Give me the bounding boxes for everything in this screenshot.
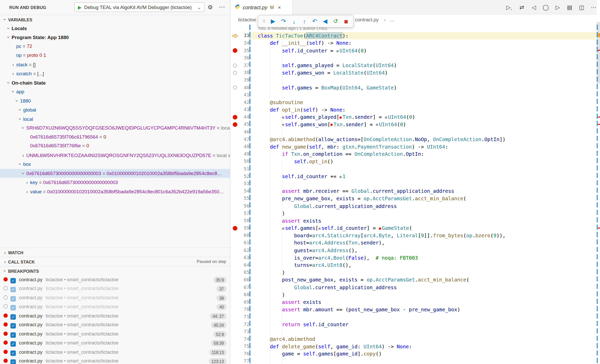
breadcrumb-item[interactable]: tictactoe	[238, 15, 256, 25]
breakpoint-checkbox[interactable]: ✓	[11, 359, 16, 364]
code-line[interactable]: 56 Global.current_application_address	[231, 202, 597, 210]
stop-button[interactable]: ◼	[341, 16, 351, 26]
call-stack-section-header[interactable]: ›CALL STACKPaused on step	[0, 257, 230, 266]
step-over-button[interactable]: ↷	[278, 16, 289, 26]
code-line[interactable]: 73	[231, 328, 597, 335]
breakpoint-row[interactable]: ✓contract.pytictactoe • smart_contracts/…	[0, 284, 230, 293]
tree-row[interactable]: pc = 72	[0, 42, 230, 51]
gutter-glyph[interactable]	[231, 150, 239, 158]
code-line[interactable]: 53	[231, 180, 597, 187]
code-line[interactable]: 45 ●self.games_won[●Txn.sender] = ●UInt6…	[231, 121, 597, 128]
gutter-glyph[interactable]	[231, 143, 239, 151]
tree-row[interactable]: ›UNML6W5NVHRIKTEOZAA4NI2SWQROSGNFNY2QS52…	[0, 151, 230, 160]
code-line[interactable]: 35 self.id_counter = ●UInt64(0)	[231, 47, 597, 54]
tree-row[interactable]: ›local	[0, 114, 230, 123]
breakpoint-checkbox[interactable]: ✓	[11, 332, 16, 338]
breakpoint-checkbox[interactable]: ✓	[11, 278, 16, 283]
breakpoint-checkbox[interactable]: ✓	[11, 296, 16, 301]
code-line[interactable]: 49 if Txn.on_completion == OnCompleteAct…	[231, 150, 597, 158]
gutter-glyph[interactable]	[231, 239, 239, 247]
gutter-glyph[interactable]	[231, 158, 239, 165]
gutter-glyph[interactable]	[231, 121, 239, 128]
gutter-glyph[interactable]	[231, 54, 239, 62]
gutter-glyph[interactable]	[231, 187, 239, 195]
gutter-glyph[interactable]	[231, 91, 239, 99]
code-line[interactable]: 74 @arc4.abimethod	[231, 335, 597, 343]
gutter-glyph[interactable]	[231, 84, 239, 91]
code-line[interactable]: 77	[231, 358, 597, 364]
tree-row[interactable]: ›0x67616d65730000000000000003 = 0x010000…	[0, 169, 230, 178]
watch-section-header[interactable]: ›WATCH	[0, 248, 230, 257]
reverse-continue-button[interactable]: ◀	[320, 16, 331, 26]
code-line[interactable]: 33class TicTacToe(ARC4Contract):	[231, 32, 597, 40]
variables-section-header[interactable]: ›VARIABLES	[0, 15, 230, 24]
gutter-glyph[interactable]	[231, 254, 239, 261]
gutter-glyph[interactable]	[231, 276, 239, 284]
gutter-glyph[interactable]	[231, 298, 239, 306]
tab-contract-py[interactable]: contract.py M ×	[231, 0, 293, 15]
breakpoint-row[interactable]: ✓contract.pytictactoe • smart_contracts/…	[0, 339, 230, 348]
drag-handle[interactable]: ⠿	[260, 16, 268, 26]
tree-row[interactable]: ›app	[0, 87, 230, 96]
tree-row[interactable]: ›value = 0x010000000102010002a358bf5bada…	[0, 187, 230, 196]
code-line[interactable]: 76 game = self.games[game_id].copy()	[231, 350, 597, 358]
code-line[interactable]: 46	[231, 128, 597, 136]
tree-row[interactable]: ›1880	[0, 96, 230, 105]
restart-button[interactable]: ↺	[330, 16, 341, 26]
code-line[interactable]: 51	[231, 165, 597, 173]
breakpoint-checkbox[interactable]: ✓	[11, 323, 16, 329]
breadcrumb-item[interactable]: contract.py	[355, 15, 379, 25]
code-line[interactable]: 72 return self.id_counter	[231, 321, 597, 328]
tree-row[interactable]: ›scratch = [...]	[0, 69, 230, 78]
code-line[interactable]: 68 )	[231, 291, 597, 298]
code-line[interactable]: 59 ●self.games[●self.id_counter] = ●Game…	[231, 224, 597, 232]
breakpoint-row[interactable]: ✓contract.pytictactoe • smart_contracts/…	[0, 293, 230, 302]
code-editor[interactable]: You, 8 minutes ago | 1 author (You)33cla…	[231, 25, 597, 364]
gutter-glyph[interactable]	[231, 106, 239, 114]
gutter-glyph[interactable]	[231, 217, 239, 224]
gitlens-icon[interactable]: ◯	[542, 4, 550, 11]
code-line[interactable]: 54 assert mbr.receiver == Global.current…	[231, 187, 597, 195]
open-preview-icon[interactable]: ▤	[566, 4, 574, 11]
tree-row[interactable]: op = proto 0 1	[0, 51, 230, 60]
current-line-arrow-icon[interactable]	[231, 32, 239, 40]
breakpoint-row[interactable]: ✓contract.pytictactoe • smart_contracts/…	[0, 348, 230, 357]
debug-config-dropdown[interactable]: ▶ Debug TEAL via AlgoKit AVM Debugger (t…	[74, 2, 205, 12]
tree-row[interactable]: ›Program State: App 1880	[0, 33, 230, 42]
code-line[interactable]: 38 self.games_won = LocalState(UInt64)	[231, 69, 597, 77]
code-line[interactable]: 70 assert mbr.amount == (post_new_game_b…	[231, 306, 597, 313]
code-line[interactable]: 57 )	[231, 210, 597, 217]
breakpoint-checkbox[interactable]: ✓	[11, 341, 16, 347]
code-line[interactable]: 43 def opt_in(self) -> None:	[231, 106, 597, 114]
code-line[interactable]: 44 ●self.games_played[●Txn.sender] = ●UI…	[231, 113, 597, 121]
breakpoint-row[interactable]: ✓contract.pytictactoe • smart_contracts/…	[0, 321, 230, 330]
tree-row[interactable]: ›On-chain State	[0, 78, 230, 87]
tree-row[interactable]: ›global	[0, 105, 230, 114]
breakpoint-checkbox[interactable]: ✓	[11, 314, 16, 320]
tree-row[interactable]: 0x67616d65735f776f6e = 0	[0, 142, 230, 151]
code-line[interactable]: 39	[231, 76, 597, 84]
gutter-glyph[interactable]	[231, 261, 239, 269]
code-line[interactable]: 52 self.id_counter += ●1	[231, 173, 597, 180]
gutter-glyph[interactable]	[231, 69, 239, 77]
scrollbar-thumb[interactable]	[597, 22, 600, 84]
code-line[interactable]: 66 post_new_game_box, exists = op.AcctPa…	[231, 276, 597, 284]
gutter-glyph[interactable]	[231, 47, 239, 54]
step-out-button[interactable]: ↑	[299, 16, 310, 26]
gutter-glyph[interactable]	[231, 284, 239, 291]
tree-row[interactable]: ›Locals	[0, 24, 230, 33]
breakpoint-checkbox[interactable]: ✓	[11, 305, 16, 311]
gutter-glyph[interactable]	[231, 62, 239, 69]
code-line[interactable]: 36	[231, 54, 597, 62]
gutter-glyph[interactable]	[231, 224, 239, 232]
gutter-glyph[interactable]	[231, 350, 239, 358]
gutter-glyph[interactable]	[231, 335, 239, 343]
gutter-glyph[interactable]	[231, 321, 239, 328]
breakpoint-row[interactable]: ✓contract.pytictactoe • smart_contracts/…	[0, 311, 230, 320]
code-line[interactable]: 37 self.games_played = LocalState(UInt64…	[231, 62, 597, 69]
gutter-glyph[interactable]	[231, 210, 239, 217]
code-line[interactable]: 42 @subroutine	[231, 99, 597, 106]
gutter-glyph[interactable]	[231, 269, 239, 276]
code-line[interactable]: 75 def delete_game(self, game_id: UInt64…	[231, 343, 597, 350]
code-line[interactable]: 65 )	[231, 269, 597, 276]
